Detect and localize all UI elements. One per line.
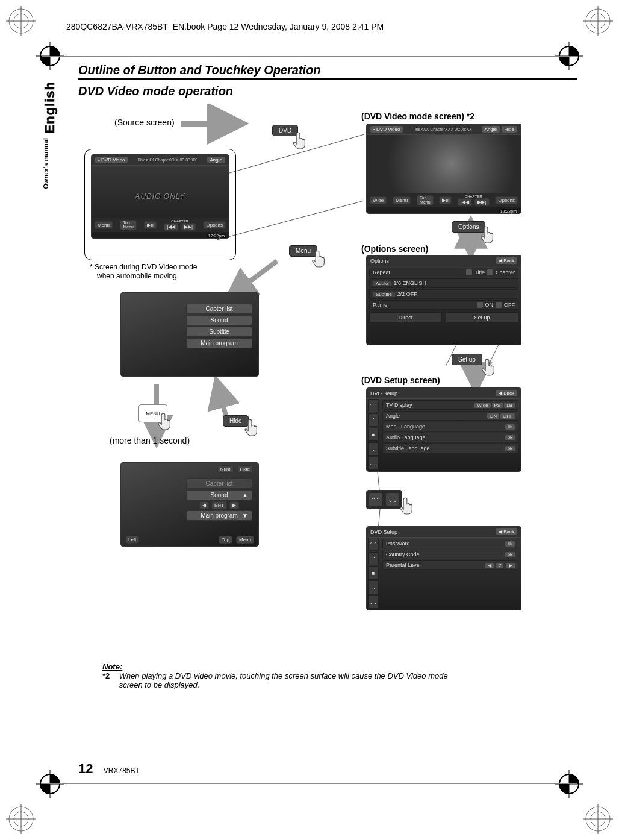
play-pause-button[interactable]: ▶II — [439, 196, 451, 204]
repeat-title-radio[interactable] — [466, 269, 472, 275]
right-arrow-button[interactable]: ▶ — [229, 501, 239, 509]
dvd-setup-screen-label: (DVD Setup screen) — [361, 375, 440, 385]
touch-icon — [155, 412, 176, 432]
prev-chapter-button[interactable]: |◀◀ — [164, 223, 178, 231]
opt-ps[interactable]: PS — [492, 403, 503, 408]
options-button[interactable]: Options — [203, 221, 226, 229]
prev-chapter-button[interactable]: |◀◀ — [458, 198, 472, 206]
dvd-mode-screen-mock: • DVD Video TitleXXX ChapterXXX 00:00:XX… — [366, 124, 521, 214]
menu-item-capter-list[interactable]: Capter list — [186, 304, 252, 314]
setup-row-subtitle-language[interactable]: Subtitle Language≫ — [382, 444, 518, 453]
parental-right-button[interactable]: ▶ — [506, 563, 515, 568]
wide-button[interactable]: Wide — [370, 196, 387, 204]
scroll-top-button[interactable]: ⌃⌃ — [368, 399, 379, 412]
menu-item-main-program[interactable]: Main program — [186, 338, 252, 348]
options-screen-label: (Options screen) — [361, 244, 428, 254]
options-button[interactable]: Options — [495, 196, 518, 204]
svg-point-5 — [586, 9, 610, 33]
num-button[interactable]: Num — [217, 465, 234, 473]
chapter-label: Chapter — [496, 269, 515, 275]
back-button[interactable]: ◀ Back — [496, 390, 517, 396]
angle-button[interactable]: Angle — [482, 126, 500, 133]
badge-dvd-video: • DVD Video — [370, 126, 403, 133]
repeat-chapter-radio[interactable] — [487, 269, 493, 275]
dvd-setup-screen-2: DVD Setup ◀ Back ⌃⌃ ⌃ ■ ⌄ ⌄⌄ Password≫ C… — [366, 526, 521, 610]
row-label: TV Display — [386, 402, 412, 408]
back-button[interactable]: ◀ Back — [496, 257, 517, 264]
left-button[interactable]: Left — [125, 536, 139, 544]
menu-button[interactable]: Menu — [236, 536, 254, 544]
ent-button[interactable]: ENT — [211, 501, 227, 509]
top-menu-button[interactable]: Top Menu — [417, 195, 434, 205]
clock: 12:22pm — [207, 234, 226, 238]
note-text: When playing a DVD video movie, touching… — [119, 671, 450, 689]
opt-off[interactable]: OFF — [500, 413, 515, 419]
scroll-down-button[interactable]: ⌄ — [368, 581, 379, 594]
touch-icon — [397, 496, 418, 516]
up-arrow-icon: ▲ — [242, 492, 248, 498]
section-heading: Outline of Button and Touchkey Operation — [78, 63, 577, 80]
back-button[interactable]: ◀ Back — [496, 528, 517, 535]
menu-item-capter-list[interactable]: Capter list — [186, 478, 252, 489]
scroll-mid-button[interactable]: ■ — [368, 428, 379, 441]
more-than-1s-label: (more than 1 second) — [110, 436, 190, 445]
more-icon: ≫ — [505, 446, 515, 451]
top-button[interactable]: Top — [219, 536, 232, 544]
direct-button[interactable]: Direct — [369, 312, 442, 323]
menu-item-subtitle[interactable]: Subtitle — [186, 327, 252, 337]
next-chapter-button[interactable]: ▶▶| — [474, 198, 489, 206]
video-area[interactable] — [367, 135, 521, 199]
opt-lb[interactable]: LB — [504, 403, 515, 408]
scroll-down-button[interactable]: ⌄ — [368, 442, 379, 456]
svg-point-8 — [14, 812, 28, 826]
parental-value: 7 — [496, 563, 503, 568]
menu-item-sound[interactable]: Sound — [186, 315, 252, 325]
next-chapter-button[interactable]: ▶▶| — [181, 223, 196, 231]
subtitle-button[interactable]: Subtitle — [373, 292, 395, 297]
menu-button[interactable]: Menu — [393, 196, 411, 204]
menu-item-sound-label: Sound — [211, 492, 228, 498]
setup-row-menu-language[interactable]: Menu Language≫ — [382, 422, 518, 431]
page-up-button[interactable]: ⌃⌃ — [369, 493, 382, 506]
svg-point-12 — [591, 812, 605, 826]
setup-row-angle[interactable]: Angle ONOFF — [382, 411, 518, 421]
parental-left-button[interactable]: ◀ — [485, 563, 494, 568]
menu-item-sound[interactable]: Sound ▲ — [186, 490, 252, 500]
audio-button[interactable]: Audio — [373, 281, 391, 286]
ptime-off-radio[interactable] — [496, 302, 502, 308]
trim-line-bottom — [42, 783, 577, 784]
top-menu-button[interactable]: Top Menu — [120, 220, 137, 230]
scroll-bottom-button[interactable]: ⌄⌄ — [368, 457, 379, 470]
play-pause-button[interactable]: ▶II — [144, 221, 156, 229]
note-lead: Note: — [102, 662, 577, 671]
side-tab-language: English — [42, 81, 58, 133]
scroll-top-button[interactable]: ⌃⌃ — [368, 538, 379, 551]
model-code: VRX785BT — [104, 766, 140, 775]
setup-row-tv-display[interactable]: TV Display WidePSLB — [382, 400, 518, 410]
scroll-mid-button[interactable]: ■ — [368, 566, 379, 580]
subtitle-value: 2/2 OFF — [397, 291, 417, 297]
setup-row-audio-language[interactable]: Audio Language≫ — [382, 433, 518, 442]
setup-row-password[interactable]: Password≫ — [382, 539, 518, 548]
setup-row-country-code[interactable]: Country Code≫ — [382, 550, 518, 559]
opt-on[interactable]: ON — [487, 413, 499, 419]
repeat-label: Repeat — [373, 269, 464, 275]
dvd-setup-title: DVD Setup — [370, 529, 397, 535]
setup-row-parental-level[interactable]: Parental Level ◀ 7 ▶ — [382, 560, 518, 570]
setup-float-button[interactable]: Set up — [452, 354, 482, 365]
note-asterisk: *2 — [102, 671, 117, 680]
row-label: Menu Language — [386, 424, 425, 430]
menu-item-main-program[interactable]: Main program ▼ — [186, 510, 252, 521]
side-tab: English Owner's manual — [42, 81, 65, 189]
scroll-bottom-button[interactable]: ⌄⌄ — [368, 595, 379, 609]
setup-button[interactable]: Set up — [446, 312, 518, 323]
hide-button[interactable]: Hide — [502, 126, 517, 133]
scroll-up-button[interactable]: ⌃ — [368, 552, 379, 565]
ptime-on-radio[interactable] — [477, 302, 483, 308]
row-label: Country Code — [386, 551, 420, 557]
opt-wide[interactable]: Wide — [474, 403, 490, 408]
hide-button[interactable]: Hide — [237, 465, 253, 473]
scroll-up-button[interactable]: ⌃ — [368, 413, 379, 427]
menu-button[interactable]: Menu — [95, 221, 113, 229]
left-arrow-button[interactable]: ◀ — [199, 501, 209, 509]
